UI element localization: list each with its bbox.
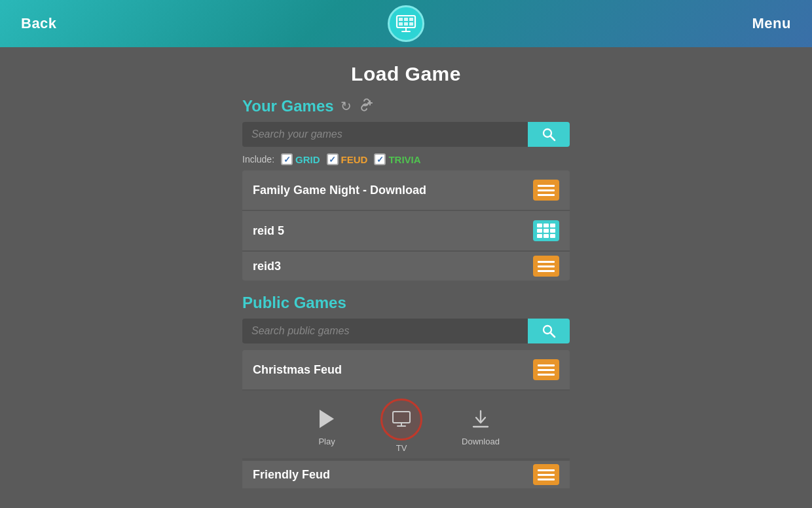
game-item-name: Christmas Feud	[253, 363, 342, 377]
your-games-search-bar	[242, 122, 570, 147]
svg-rect-3	[409, 18, 413, 21]
svg-rect-0	[397, 16, 415, 28]
filter-label: Include:	[242, 154, 274, 165]
your-games-header: Your Games ↻	[242, 97, 570, 115]
svg-line-12	[551, 136, 555, 141]
game-item-name: reid3	[253, 260, 281, 273]
filter-trivia-label: TRIVIA	[388, 154, 420, 165]
svg-rect-4	[399, 22, 403, 26]
link-add-icon[interactable]	[358, 98, 373, 115]
play-triangle-icon	[320, 410, 334, 428]
refresh-icon[interactable]: ↻	[341, 98, 352, 114]
topbar: Back Menu	[0, 0, 812, 47]
your-games-list: Family Game Night - Download reid 5 reid	[242, 170, 570, 281]
filter-feud-label: FEUD	[341, 154, 368, 165]
public-games-title: Public Games	[242, 294, 346, 312]
public-games-header: Public Games	[242, 294, 570, 312]
download-label: Download	[462, 437, 500, 446]
filter-grid-label: GRID	[295, 154, 320, 165]
download-button[interactable]: Download	[462, 405, 500, 446]
tv-label: TV	[396, 443, 407, 453]
filter-grid[interactable]: ✓ GRID	[281, 153, 320, 165]
public-games-list: Christmas Feud Play	[242, 350, 570, 488]
public-games-search-bar	[242, 319, 570, 343]
play-label: Play	[318, 437, 335, 446]
game-item-family-game-night[interactable]: Family Game Night - Download	[242, 170, 570, 211]
back-button[interactable]: Back	[21, 15, 57, 32]
app-logo	[388, 5, 424, 42]
filter-row: Include: ✓ GRID ✓ FEUD ✓ TRIVIA	[242, 153, 570, 165]
svg-rect-2	[404, 18, 408, 21]
public-games-search-button[interactable]	[528, 319, 570, 343]
svg-rect-1	[399, 18, 403, 21]
play-button[interactable]: Play	[312, 405, 341, 446]
main-content: Load Game Your Games ↻ Include:	[0, 47, 812, 508]
filter-feud-checkbox[interactable]: ✓	[327, 153, 339, 165]
your-games-section: Your Games ↻ Include: ✓ GRI	[242, 97, 570, 281]
filter-feud[interactable]: ✓ FEUD	[327, 153, 368, 165]
your-games-search-button[interactable]	[528, 122, 570, 147]
svg-rect-6	[409, 22, 413, 26]
feud-type-icon	[533, 464, 559, 485]
tv-circle	[380, 399, 422, 440]
game-item-christmas-feud[interactable]: Christmas Feud	[242, 350, 570, 391]
tv-button[interactable]: TV	[380, 399, 422, 453]
download-icon	[466, 405, 495, 434]
grid-type-icon	[533, 220, 559, 241]
feud-type-icon	[533, 256, 559, 277]
svg-rect-15	[393, 412, 410, 423]
filter-trivia[interactable]: ✓ TRIVIA	[374, 153, 420, 165]
page-title: Load Game	[351, 63, 461, 85]
your-games-title: Your Games	[242, 97, 334, 115]
feud-type-icon	[533, 359, 559, 380]
play-icon	[312, 405, 341, 434]
game-item-name: Family Game Night - Download	[253, 184, 426, 197]
filter-grid-checkbox[interactable]: ✓	[281, 153, 293, 165]
game-item-friendly-feud[interactable]: Friendly Feud	[242, 459, 570, 488]
game-item-reid3[interactable]: reid3	[242, 252, 570, 281]
game-action-row: Play TV	[242, 391, 570, 459]
public-games-section: Public Games Christmas Feud	[242, 294, 570, 488]
svg-line-14	[551, 333, 555, 338]
feud-type-icon	[533, 180, 559, 201]
game-item-name: Friendly Feud	[253, 468, 330, 482]
svg-rect-5	[404, 22, 408, 26]
menu-button[interactable]: Menu	[752, 15, 791, 32]
game-item-reid5[interactable]: reid 5	[242, 211, 570, 252]
your-games-search-input[interactable]	[242, 122, 528, 147]
public-games-search-input[interactable]	[242, 319, 528, 343]
filter-trivia-checkbox[interactable]: ✓	[374, 153, 386, 165]
game-item-name: reid 5	[253, 224, 284, 238]
